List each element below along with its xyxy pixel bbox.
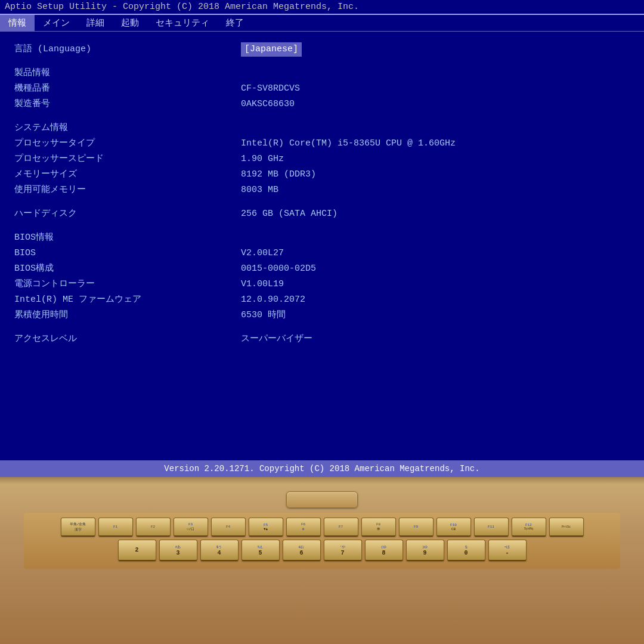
key-f9[interactable]: F9 bbox=[399, 518, 434, 537]
keyboard-fn-row: 半角/全角 漢字 F1 F2 F3 ○/口 F4 F5 ▼▲ F6 bbox=[31, 518, 613, 537]
key-4[interactable]: $う 4 bbox=[200, 540, 239, 561]
menu-item-info[interactable]: 情報 bbox=[0, 15, 35, 31]
section-bios-info: BIOS情報 bbox=[14, 231, 630, 245]
row-hdd: ハードディスク 256 GB (SATA AHCI) bbox=[14, 207, 630, 221]
key-3[interactable]: #あ 3 bbox=[159, 540, 197, 561]
language-label: 言語 (Language) bbox=[14, 42, 241, 57]
key-f2[interactable]: F2 bbox=[136, 518, 171, 537]
value-memory-size: 8192 MB (DDR3) bbox=[241, 168, 316, 182]
row-model-number: 機種品番 CF-SV8RDCVS bbox=[14, 82, 630, 96]
key-2[interactable]: 2 bbox=[118, 540, 156, 561]
trackpad[interactable] bbox=[286, 491, 358, 508]
row-bios-config: BIOS構成 0015-0000-02D5 bbox=[14, 262, 630, 276]
menu-item-security[interactable]: セキュリティ bbox=[147, 15, 218, 31]
row-bios-version: BIOS V2.00L27 bbox=[14, 246, 630, 261]
screen-bezel bbox=[0, 477, 644, 484]
key-8[interactable]: (ゆ 8 bbox=[365, 540, 403, 561]
row-available-memory: 使用可能メモリー 8003 MB bbox=[14, 183, 630, 197]
key-f5[interactable]: F5 ▼▲ bbox=[249, 518, 283, 537]
footer-bar: Version 2.20.1271. Copyright (C) 2018 Am… bbox=[0, 460, 644, 477]
value-power-controller: V1.00L19 bbox=[241, 277, 284, 292]
key-9[interactable]: )ゆ 9 bbox=[406, 540, 444, 561]
section-bios-label: BIOS情報 bbox=[14, 231, 241, 245]
key-f6[interactable]: F6 ⊕ bbox=[286, 518, 321, 537]
keyboard-area: 半角/全角 漢字 F1 F2 F3 ○/口 F4 F5 ▼▲ F6 bbox=[24, 513, 620, 569]
key-f12[interactable]: F12 SysRq bbox=[512, 518, 546, 537]
key-f8[interactable]: F8 ⊞ bbox=[361, 518, 396, 537]
title-text: Aptio Setup Utility - Copyright (C) 2018… bbox=[5, 2, 359, 12]
label-usage-time: 累積使用時間 bbox=[14, 308, 241, 323]
language-value: [Japanese] bbox=[241, 42, 302, 57]
key-f7[interactable]: F7 bbox=[324, 518, 358, 537]
menu-item-boot[interactable]: 起動 bbox=[113, 15, 147, 31]
row-access-level: アクセスレベル スーパーバイザー bbox=[14, 332, 630, 346]
row-memory-size: メモリーサイズ 8192 MB (DDR3) bbox=[14, 168, 630, 182]
title-bar: Aptio Setup Utility - Copyright (C) 2018… bbox=[0, 0, 644, 15]
key-f1[interactable]: F1 bbox=[98, 518, 133, 537]
key-0[interactable]: を 0 bbox=[447, 540, 485, 561]
label-bios-config: BIOS構成 bbox=[14, 262, 241, 276]
key-prtsc[interactable]: PrtSc bbox=[549, 518, 584, 537]
row-usage-time: 累積使用時間 6530 時間 bbox=[14, 308, 630, 323]
value-processor-type: Intel(R) Core(TM) i5-8365U CPU @ 1.60GHz bbox=[241, 137, 456, 151]
label-hdd: ハードディスク bbox=[14, 207, 241, 221]
key-f4[interactable]: F4 bbox=[211, 518, 246, 537]
key-f10[interactable]: F10 CB bbox=[436, 518, 471, 537]
label-processor-type: プロセッサータイプ bbox=[14, 137, 241, 151]
menu-bar: 情報 メイン 詳細 起動 セキュリティ 終了 bbox=[0, 15, 644, 32]
row-processor-type: プロセッサータイプ Intel(R) Core(TM) i5-8365U CPU… bbox=[14, 137, 630, 151]
label-model-number: 機種品番 bbox=[14, 82, 241, 96]
value-hdd: 256 GB (SATA AHCI) bbox=[241, 207, 338, 221]
value-intel-me: 12.0.90.2072 bbox=[241, 293, 305, 307]
key-5[interactable]: %え 5 bbox=[242, 540, 280, 561]
section-system-info: システム情報 bbox=[14, 121, 630, 135]
row-power-controller: 電源コントローラー V1.00L19 bbox=[14, 277, 630, 292]
laptop-body: 半角/全角 漢字 F1 F2 F3 ○/口 F4 F5 ▼▲ F6 bbox=[0, 484, 644, 644]
label-processor-speed: プロセッサースピード bbox=[14, 152, 241, 166]
label-available-memory: 使用可能メモリー bbox=[14, 183, 241, 197]
language-row: 言語 (Language) [Japanese] bbox=[14, 42, 630, 57]
value-access-level: スーパーバイザー bbox=[241, 332, 312, 346]
menu-item-main[interactable]: メイン bbox=[35, 15, 78, 31]
section-system-label: システム情報 bbox=[14, 121, 241, 135]
label-serial-number: 製造番号 bbox=[14, 97, 241, 112]
value-bios-config: 0015-0000-02D5 bbox=[241, 262, 316, 276]
label-memory-size: メモリーサイズ bbox=[14, 168, 241, 182]
menu-item-exit[interactable]: 終了 bbox=[218, 15, 252, 31]
value-model-number: CF-SV8RDCVS bbox=[241, 82, 300, 96]
footer-text: Version 2.20.1271. Copyright (C) 2018 Am… bbox=[164, 464, 479, 473]
row-processor-speed: プロセッサースピード 1.90 GHz bbox=[14, 152, 630, 166]
key-f11[interactable]: F11 bbox=[474, 518, 509, 537]
label-power-controller: 電源コントローラー bbox=[14, 277, 241, 292]
key-7[interactable]: 'や 7 bbox=[324, 540, 362, 561]
value-available-memory: 8003 MB bbox=[241, 183, 278, 197]
keyboard-num-row: 2 #あ 3 $う 4 %え 5 &お 6 'や 7 ( bbox=[31, 540, 613, 561]
key-f3[interactable]: F3 ○/口 bbox=[174, 518, 208, 537]
label-bios-version: BIOS bbox=[14, 246, 241, 261]
menu-item-detail[interactable]: 詳細 bbox=[78, 15, 113, 31]
value-processor-speed: 1.90 GHz bbox=[241, 152, 284, 166]
label-intel-me: Intel(R) ME ファームウェア bbox=[14, 293, 241, 307]
value-usage-time: 6530 時間 bbox=[241, 308, 286, 323]
section-product-label: 製品情報 bbox=[14, 66, 241, 80]
key-minus[interactable]: =ほ - bbox=[488, 540, 527, 561]
bios-screen: Aptio Setup Utility - Copyright (C) 2018… bbox=[0, 0, 644, 477]
label-access-level: アクセスレベル bbox=[14, 332, 241, 346]
value-bios-version: V2.00L27 bbox=[241, 246, 284, 261]
key-6[interactable]: &お 6 bbox=[283, 540, 321, 561]
section-product-info: 製品情報 bbox=[14, 66, 630, 80]
key-hankaku[interactable]: 半角/全角 漢字 bbox=[61, 518, 95, 537]
row-intel-me: Intel(R) ME ファームウェア 12.0.90.2072 bbox=[14, 293, 630, 307]
bios-content: 言語 (Language) [Japanese] 製品情報 機種品番 CF-SV… bbox=[0, 32, 644, 358]
value-serial-number: 0AKSC68630 bbox=[241, 97, 295, 112]
row-serial-number: 製造番号 0AKSC68630 bbox=[14, 97, 630, 112]
